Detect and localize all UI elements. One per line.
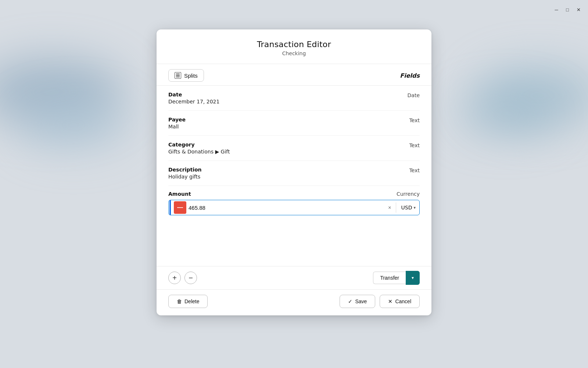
dialog-footer: 🗑 Delete ✓ Save ✕ Cancel xyxy=(157,289,431,315)
payee-field-type: Text xyxy=(409,117,420,123)
date-field-type: Date xyxy=(408,92,420,98)
description-field-left: Description Holiday gifts xyxy=(168,167,409,180)
category-field-row: Category Gifts & Donations ▶ Gift Text xyxy=(168,136,420,161)
fields-label: Fields xyxy=(400,72,420,79)
action-icons-group: + − xyxy=(168,272,197,284)
currency-chevron-icon: ▾ xyxy=(413,205,416,210)
delete-icon: 🗑 xyxy=(177,298,182,304)
add-split-button[interactable]: + xyxy=(168,272,181,284)
transfer-chevron-icon: ▾ xyxy=(412,275,414,280)
category-field-label: Category xyxy=(168,142,409,148)
save-label: Save xyxy=(355,298,367,304)
transfer-dropdown-button[interactable]: ▾ xyxy=(406,271,420,285)
dialog-title: Transaction Editor xyxy=(168,40,420,49)
category-field-type: Text xyxy=(409,142,420,148)
dialog-body: Date December 17, 2021 Date Payee Mall T… xyxy=(157,86,431,222)
date-field-row: Date December 17, 2021 Date xyxy=(168,86,420,111)
cancel-icon: ✕ xyxy=(388,298,392,304)
cancel-button[interactable]: ✕ Cancel xyxy=(380,295,420,308)
bg-decoration-4 xyxy=(456,96,559,132)
amount-header: Amount Currency xyxy=(168,191,420,197)
amount-clear-button[interactable]: × xyxy=(385,205,394,210)
remove-split-button[interactable]: − xyxy=(184,272,197,284)
transfer-button[interactable]: Transfer xyxy=(373,272,406,284)
description-field-type: Text xyxy=(409,167,420,173)
dialog-header: Transaction Editor Checking xyxy=(157,29,431,64)
maximize-button[interactable]: □ xyxy=(562,4,573,15)
category-field-value[interactable]: Gifts & Donations ▶ Gift xyxy=(168,149,409,155)
delete-label: Delete xyxy=(184,298,199,304)
amount-input[interactable] xyxy=(189,205,385,211)
category-field-left: Category Gifts & Donations ▶ Gift xyxy=(168,142,409,155)
save-button[interactable]: ✓ Save xyxy=(340,295,375,308)
date-field-left: Date December 17, 2021 xyxy=(168,92,408,105)
dialog-actions-bar: + − Transfer ▾ xyxy=(157,266,431,289)
payee-field-label: Payee xyxy=(168,117,409,123)
splits-button[interactable]: Splits xyxy=(168,69,204,82)
currency-code: USD xyxy=(401,205,412,210)
dialog-subtitle: Checking xyxy=(168,50,420,56)
footer-right-buttons: ✓ Save ✕ Cancel xyxy=(340,295,420,308)
dialog-toolbar: Splits Fields xyxy=(157,64,431,86)
date-field-label: Date xyxy=(168,92,408,98)
minimize-button[interactable]: ─ xyxy=(551,4,562,15)
description-field-value[interactable]: Holiday gifts xyxy=(168,174,409,180)
amount-field-row: Amount Currency × USD ▾ xyxy=(168,186,420,222)
amount-divider xyxy=(396,202,396,213)
dialog-spacer xyxy=(157,222,431,266)
amount-type: Currency xyxy=(397,191,420,197)
titlebar: ─ □ ✕ xyxy=(551,0,588,15)
payee-field-row: Payee Mall Text xyxy=(168,111,420,136)
transaction-editor-dialog: Transaction Editor Checking Splits Field… xyxy=(157,29,431,315)
transfer-action-group: Transfer ▾ xyxy=(373,271,420,285)
amount-input-container: × USD ▾ xyxy=(168,200,420,215)
bg-decoration-3 xyxy=(18,103,129,147)
description-field-row: Description Holiday gifts Text xyxy=(168,161,420,186)
amount-left-bar xyxy=(169,200,171,215)
splits-label: Splits xyxy=(184,72,198,79)
payee-field-value[interactable]: Mall xyxy=(168,124,409,130)
close-button[interactable]: ✕ xyxy=(573,4,584,15)
description-field-label: Description xyxy=(168,167,409,173)
delete-button[interactable]: 🗑 Delete xyxy=(168,295,208,308)
cancel-label: Cancel xyxy=(395,298,411,304)
splits-icon xyxy=(175,72,181,79)
payee-field-left: Payee Mall xyxy=(168,117,409,130)
toggle-sign-button[interactable] xyxy=(174,201,186,214)
currency-select[interactable]: USD ▾ xyxy=(398,205,419,210)
amount-label: Amount xyxy=(168,191,191,197)
date-field-value[interactable]: December 17, 2021 xyxy=(168,99,408,105)
save-icon: ✓ xyxy=(348,298,352,304)
